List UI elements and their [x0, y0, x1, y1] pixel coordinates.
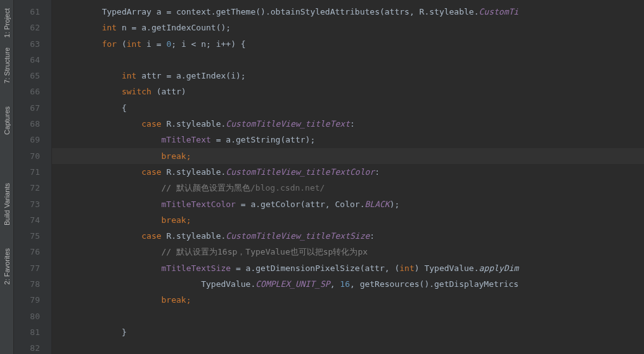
code-line: }: [52, 324, 644, 340]
tool-favorites[interactable]: 2: Favorites: [0, 243, 13, 289]
line-number[interactable]: 76: [14, 244, 51, 260]
tool-project[interactable]: 1: Project: [0, 3, 13, 42]
tool-captures[interactable]: Captures: [0, 101, 13, 140]
line-number[interactable]: 75: [14, 228, 51, 244]
code-line: int attr = a.getIndex(i);: [52, 68, 644, 84]
code-line: case R.styleable.CustomTitleView_titleTe…: [52, 164, 644, 180]
line-number[interactable]: 73: [14, 196, 51, 212]
line-number[interactable]: 69: [14, 132, 51, 148]
code-line: TypedArray a = context.getTheme().obtain…: [52, 4, 644, 20]
line-number[interactable]: 68: [14, 116, 51, 132]
code-line: mTitleTextColor = a.getColor(attr, Color…: [52, 196, 644, 212]
code-line: // 默认设置为16sp，TypeValue也可以把sp转化为px: [52, 244, 644, 260]
line-number[interactable]: 82: [14, 340, 51, 354]
line-number[interactable]: 79: [14, 292, 51, 308]
line-number[interactable]: 70: [14, 148, 51, 164]
line-number[interactable]: 72: [14, 180, 51, 196]
line-number[interactable]: 61: [14, 4, 51, 20]
line-number[interactable]: 80: [14, 308, 51, 324]
line-number[interactable]: 62: [14, 20, 51, 35]
line-number[interactable]: 78: [14, 276, 51, 292]
line-number[interactable]: 71: [14, 164, 51, 180]
line-number[interactable]: 66: [14, 84, 51, 99]
line-number[interactable]: 63: [14, 36, 51, 52]
code-line: // 默认颜色设置为黑色/blog.csdn.net/: [52, 180, 644, 196]
line-number[interactable]: 64: [14, 52, 51, 68]
code-line: [52, 52, 644, 68]
line-number[interactable]: 65: [14, 68, 51, 84]
code-line: break;: [52, 148, 644, 164]
code-line: for (int i = 0; i < n; i++) {: [52, 36, 644, 52]
tool-structure[interactable]: 7: Structure: [0, 42, 13, 89]
tool-build-variants[interactable]: Build Variants: [0, 178, 13, 231]
code-line: [52, 340, 644, 354]
gutter[interactable]: 6162636465666768697071727374757677787980…: [14, 0, 52, 354]
code-line: mTitleText = a.getString(attr);: [52, 132, 644, 148]
code-line: {: [52, 100, 644, 116]
line-number[interactable]: 67: [14, 100, 51, 116]
code-line: break;: [52, 292, 644, 308]
line-number[interactable]: 81: [14, 324, 51, 340]
code-line: TypedValue.COMPLEX_UNIT_SP, 16, getResou…: [52, 276, 644, 292]
code-line: case R.styleable.CustomTitleView_titleTe…: [52, 116, 644, 132]
code-line: mTitleTextSize = a.getDimensionPixelSize…: [52, 260, 644, 276]
code-line: int n = a.getIndexCount();: [52, 20, 644, 35]
tool-window-bar: 1: Project 7: Structure Captures Build V…: [0, 0, 14, 354]
code-editor[interactable]: TypedArray a = context.getTheme().obtain…: [52, 0, 644, 354]
code-line: [52, 308, 644, 324]
code-line: break;: [52, 212, 644, 228]
line-number[interactable]: 77: [14, 260, 51, 276]
line-number[interactable]: 74: [14, 212, 51, 228]
code-line: switch (attr): [52, 84, 644, 99]
code-line: case R.styleable.CustomTitleView_titleTe…: [52, 228, 644, 244]
